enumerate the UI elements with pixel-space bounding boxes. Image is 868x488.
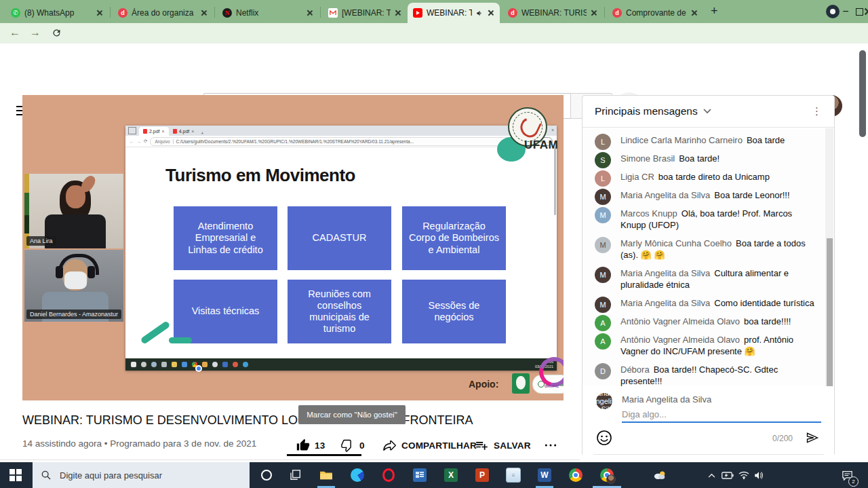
doity-icon: d: [508, 8, 517, 18]
emoji-icon[interactable]: [596, 430, 612, 446]
tab-close-icon[interactable]: [201, 10, 208, 16]
slide-box-2: CADASTUR: [288, 206, 391, 270]
avatar[interactable]: L: [595, 170, 611, 187]
slide-box-3: Regularização Corpo de Bombeiros e Ambie…: [402, 206, 506, 270]
window-close-button[interactable]: [862, 0, 868, 23]
avatar[interactable]: M: [595, 297, 611, 313]
chat-author[interactable]: Débora: [620, 364, 650, 375]
taskbar-search-input[interactable]: [58, 470, 241, 481]
word-icon[interactable]: W: [536, 466, 553, 484]
weather-icon[interactable]: [651, 466, 669, 484]
task-view-icon[interactable]: [288, 466, 305, 484]
avatar[interactable]: M: [595, 267, 611, 283]
new-tab-button[interactable]: +: [711, 4, 718, 18]
avatar[interactable]: D: [595, 363, 611, 379]
chat-menu-kebab-icon[interactable]: ⋮: [812, 105, 822, 117]
doity-icon: d: [118, 8, 127, 18]
browser-tab-gmail-webinar[interactable]: [WEBINAR: TURIS: [323, 3, 407, 23]
taskbar-search-box[interactable]: [33, 462, 250, 488]
notepad-icon[interactable]: ≡: [505, 466, 522, 484]
avatar[interactable]: M: [595, 237, 611, 253]
powerpoint-icon[interactable]: P: [473, 466, 491, 484]
browser-tab-netflix[interactable]: N Netflix: [217, 3, 319, 23]
slide-accent-mark: [140, 320, 170, 345]
tray-chevron-icon[interactable]: [703, 466, 720, 484]
save-button[interactable]: SALVAR: [475, 437, 531, 453]
sticky-panel-icon[interactable]: [411, 466, 429, 484]
avatar[interactable]: S: [595, 152, 611, 168]
video-player[interactable]: Ana Lira Daniel Bernardes - Amazonastur …: [22, 95, 564, 400]
chat-author[interactable]: Lindice Carla Marinho Carneiro: [620, 135, 743, 145]
mini-firefox-icon: [233, 362, 238, 367]
excel-icon[interactable]: X: [442, 466, 460, 484]
chat-author[interactable]: Marly Mônica Cunha Coelho: [620, 238, 732, 248]
send-icon[interactable]: [805, 431, 820, 445]
browser-tab-comprovante[interactable]: d Comprovante de: [607, 3, 703, 23]
webcam-ana-lira: Ana Lira: [24, 174, 123, 248]
page-scrollbar-thumb[interactable]: [859, 50, 866, 137]
tab-close-icon[interactable]: [488, 10, 494, 16]
chat-input-placeholder[interactable]: Diga algo...: [622, 409, 667, 419]
save-label: SALVAR: [494, 440, 531, 451]
edge-icon[interactable]: [349, 466, 366, 484]
start-button[interactable]: [7, 466, 24, 484]
share-button[interactable]: COMPARTILHAR: [382, 437, 477, 453]
chat-author[interactable]: Maria Angelita da Silva: [620, 268, 710, 278]
avatar[interactable]: M: [595, 207, 611, 223]
tab-close-icon[interactable]: [591, 10, 597, 16]
more-actions-button[interactable]: [544, 437, 557, 453]
browser-tab-doity-organizer[interactable]: d Área do organiza: [113, 3, 213, 23]
browser-tab-youtube-active[interactable]: WEBINAR: TU: [408, 3, 500, 23]
chrome-icon[interactable]: [567, 466, 585, 484]
chat-author[interactable]: Antônio Vagner Almeida Olavo: [620, 316, 740, 326]
tab-close-icon[interactable]: [307, 10, 313, 16]
like-button[interactable]: 13: [296, 437, 325, 453]
chat-filter-label[interactable]: Principais mensagens: [595, 105, 698, 117]
share-label: COMPARTILHAR: [401, 440, 477, 451]
dislike-button[interactable]: 0: [341, 437, 365, 453]
browser-tab-whatsapp[interactable]: ✆ (8) WhatsApp: [5, 3, 108, 23]
chat-author[interactable]: Marcos Knupp: [620, 208, 677, 219]
search-icon: [41, 470, 52, 481]
reload-icon[interactable]: [52, 28, 62, 38]
chat-author[interactable]: Ligia CR: [620, 172, 654, 182]
battery-icon[interactable]: [719, 466, 736, 484]
cortana-icon[interactable]: [258, 466, 275, 484]
windows-taskbar: X P ≡ W 31°C PORPTB2 1: [0, 462, 868, 488]
tab-audio-icon[interactable]: [476, 10, 484, 17]
file-explorer-icon[interactable]: [317, 466, 335, 484]
chat-author[interactable]: Simone Brasil: [620, 153, 675, 164]
opera-icon[interactable]: [380, 466, 397, 484]
tab-label: (8) WhatsApp: [24, 8, 92, 18]
chat-scrollbar-thumb[interactable]: [827, 238, 833, 386]
browser-toolbar: ← → youtube.com/watch?v=ns8PffFbe14 ☆ ⋮: [0, 23, 868, 43]
avatar[interactable]: L: [595, 134, 611, 150]
forward-icon[interactable]: →: [30, 26, 41, 39]
chrome-profile-window-icon[interactable]: [598, 466, 616, 484]
live-chat-panel: Principais mensagens ⋮ L Lindice Carla M…: [582, 95, 835, 456]
chat-message-list[interactable]: L Lindice Carla Marinho CarneiroBoa tard…: [583, 128, 825, 386]
tab-close-icon[interactable]: [96, 10, 103, 16]
avatar[interactable]: M: [595, 189, 611, 205]
tab-close-icon[interactable]: [691, 10, 698, 16]
avatar[interactable]: A: [595, 315, 611, 331]
avatar: Maria Angelita da Silva: [596, 393, 612, 409]
chat-author[interactable]: Maria Angelita da Silva: [620, 190, 710, 200]
device-icon: [128, 127, 136, 134]
tab-close-icon[interactable]: [395, 10, 401, 16]
chat-header[interactable]: Principais mensagens ⋮: [583, 96, 834, 128]
chat-author[interactable]: Maria Angelita da Silva: [620, 298, 710, 308]
window-minimize-button[interactable]: −: [838, 0, 853, 23]
chat-message: M Marcos KnuppOlá, boa tarde! Prof. Marc…: [583, 204, 825, 234]
back-icon[interactable]: ←: [9, 26, 20, 39]
chat-message: M Maria Angelita da SilvaComo identidade…: [583, 294, 825, 312]
chat-author[interactable]: Antônio Vagner Almeida Olavo: [620, 335, 740, 345]
browser-tab-doity-webinar[interactable]: d WEBINAR: TURIS: [502, 3, 603, 23]
tab-label: Área do organiza: [132, 8, 197, 18]
browser-theme-icon[interactable]: [826, 5, 840, 18]
volume-icon[interactable]: [750, 466, 768, 484]
avatar[interactable]: A: [595, 333, 611, 350]
thumb-up-icon: [296, 438, 310, 452]
action-center-icon[interactable]: 2: [838, 466, 856, 484]
chevron-down-icon[interactable]: [703, 109, 711, 114]
